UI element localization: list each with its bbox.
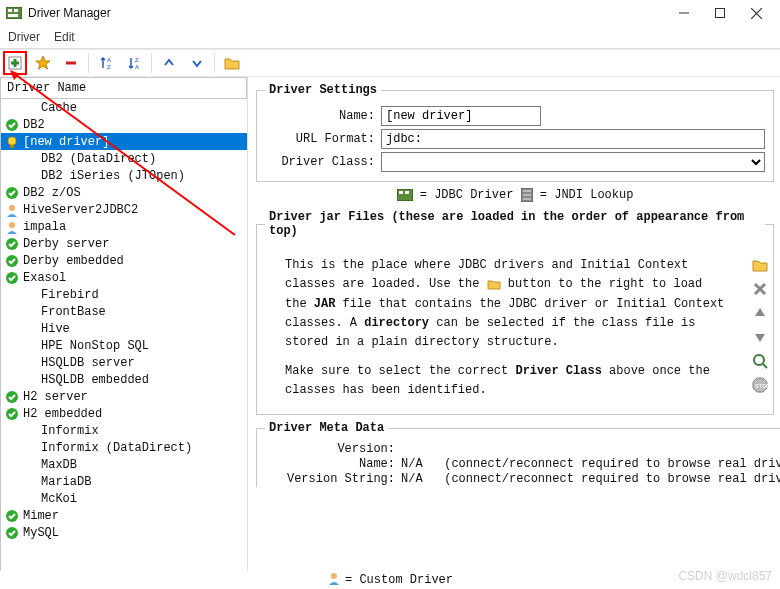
stop-button[interactable]: STOP bbox=[751, 376, 769, 394]
driver-row[interactable]: Exasol bbox=[1, 269, 247, 286]
class-label: Driver Class: bbox=[265, 155, 375, 169]
jdbc-driver-icon bbox=[397, 188, 413, 202]
driver-row[interactable]: MariaDB bbox=[1, 473, 247, 490]
driver-row[interactable]: H2 embedded bbox=[1, 405, 247, 422]
move-up-button[interactable] bbox=[158, 52, 180, 74]
blank-icon bbox=[23, 152, 37, 166]
svg-point-20 bbox=[8, 137, 16, 145]
find-class-button[interactable] bbox=[751, 352, 769, 370]
driver-list[interactable]: CacheDB2[new driver]DB2 (DataDirect)DB2 … bbox=[0, 99, 247, 571]
driver-row[interactable]: FrontBase bbox=[1, 303, 247, 320]
blank-icon bbox=[23, 492, 37, 506]
meta-name-label: Name: bbox=[265, 457, 395, 471]
driver-label: DB2 iSeries (JTOpen) bbox=[41, 169, 185, 183]
blank-icon bbox=[23, 424, 37, 438]
driver-row[interactable]: McKoi bbox=[1, 490, 247, 507]
driver-label: [new driver] bbox=[23, 135, 109, 149]
menu-driver[interactable]: Driver bbox=[8, 30, 40, 44]
new-driver-button[interactable] bbox=[4, 52, 26, 74]
url-input[interactable] bbox=[381, 129, 765, 149]
driver-label: Informix bbox=[41, 424, 99, 438]
driver-row[interactable]: DB2 (DataDirect) bbox=[1, 150, 247, 167]
svg-rect-1 bbox=[8, 9, 12, 12]
driver-row[interactable]: H2 server bbox=[1, 388, 247, 405]
svg-rect-33 bbox=[399, 191, 403, 194]
jar-files-group: Driver jar Files (these are loaded in th… bbox=[256, 210, 774, 415]
driver-row[interactable]: DB2 z/OS bbox=[1, 184, 247, 201]
sort-asc-button[interactable]: AZ bbox=[95, 52, 117, 74]
driver-label: H2 server bbox=[23, 390, 88, 404]
svg-text:A: A bbox=[107, 57, 111, 63]
list-header[interactable]: Driver Name bbox=[0, 77, 247, 99]
driver-label: HSQLDB embedded bbox=[41, 373, 149, 387]
svg-rect-38 bbox=[523, 198, 531, 200]
maximize-button[interactable] bbox=[702, 1, 738, 25]
minimize-button[interactable] bbox=[666, 1, 702, 25]
delete-button[interactable] bbox=[60, 52, 82, 74]
driver-row[interactable]: DB2 iSeries (JTOpen) bbox=[1, 167, 247, 184]
svg-rect-21 bbox=[10, 145, 14, 148]
name-input[interactable] bbox=[381, 106, 541, 126]
svg-point-43 bbox=[754, 355, 764, 365]
app-icon bbox=[6, 7, 22, 19]
driver-row[interactable]: DB2 bbox=[1, 116, 247, 133]
meta-data-group: Driver Meta Data Version: Name:N/A (conn… bbox=[256, 421, 780, 487]
driver-row[interactable]: Mimer bbox=[1, 507, 247, 524]
remove-jar-button[interactable] bbox=[751, 280, 769, 298]
driver-row[interactable]: HSQLDB server bbox=[1, 354, 247, 371]
driver-row[interactable]: Informix (DataDirect) bbox=[1, 439, 247, 456]
driver-row[interactable]: Firebird bbox=[1, 286, 247, 303]
driver-label: Exasol bbox=[23, 271, 66, 285]
driver-row[interactable]: HPE NonStop SQL bbox=[1, 337, 247, 354]
svg-point-24 bbox=[9, 222, 15, 228]
icon-legend-line: = JDBC Driver = JNDI Lookup bbox=[256, 188, 774, 202]
menubar: Driver Edit bbox=[0, 26, 780, 48]
meta-version-label: Version: bbox=[265, 442, 395, 456]
svg-text:A: A bbox=[135, 64, 139, 70]
blank-icon bbox=[23, 322, 37, 336]
svg-marker-41 bbox=[755, 308, 765, 316]
jar-up-button[interactable] bbox=[751, 304, 769, 322]
driver-label: MySQL bbox=[23, 526, 59, 540]
blank-icon bbox=[23, 458, 37, 472]
blank-icon bbox=[23, 169, 37, 183]
class-select[interactable] bbox=[381, 152, 765, 172]
blank-icon bbox=[23, 475, 37, 489]
open-folder-button[interactable] bbox=[221, 52, 243, 74]
user-icon bbox=[5, 203, 19, 217]
toolbar: AZ ZA bbox=[0, 49, 780, 77]
favorite-button[interactable] bbox=[32, 52, 54, 74]
meta-vstring-label: Version String: bbox=[265, 472, 395, 486]
blank-icon bbox=[23, 305, 37, 319]
svg-point-23 bbox=[9, 205, 15, 211]
driver-row[interactable]: Cache bbox=[1, 99, 247, 116]
check-icon bbox=[5, 254, 19, 268]
driver-label: DB2 z/OS bbox=[23, 186, 81, 200]
toolbar-separator bbox=[88, 53, 89, 73]
add-jar-button[interactable] bbox=[751, 256, 769, 274]
menu-edit[interactable]: Edit bbox=[54, 30, 75, 44]
close-button[interactable] bbox=[738, 1, 774, 25]
driver-row[interactable]: HSQLDB embedded bbox=[1, 371, 247, 388]
driver-label: impala bbox=[23, 220, 66, 234]
driver-row[interactable]: Derby server bbox=[1, 235, 247, 252]
driver-row[interactable]: MySQL bbox=[1, 524, 247, 541]
driver-label: MariaDB bbox=[41, 475, 91, 489]
url-label: URL Format: bbox=[265, 132, 375, 146]
driver-label: Cache bbox=[41, 101, 77, 115]
meta-legend: Driver Meta Data bbox=[265, 421, 388, 435]
driver-row[interactable]: Informix bbox=[1, 422, 247, 439]
driver-label: Hive bbox=[41, 322, 70, 336]
driver-row[interactable]: impala bbox=[1, 218, 247, 235]
move-down-button[interactable] bbox=[186, 52, 208, 74]
jar-down-button[interactable] bbox=[751, 328, 769, 346]
sort-desc-button[interactable]: ZA bbox=[123, 52, 145, 74]
driver-row[interactable]: HiveServer2JDBC2 bbox=[1, 201, 247, 218]
driver-label: Mimer bbox=[23, 509, 59, 523]
driver-row[interactable]: MaxDB bbox=[1, 456, 247, 473]
driver-row[interactable]: Hive bbox=[1, 320, 247, 337]
driver-list-panel: Driver Name CacheDB2[new driver]DB2 (Dat… bbox=[0, 77, 248, 571]
driver-row[interactable]: [new driver] bbox=[1, 133, 247, 150]
driver-row[interactable]: Derby embedded bbox=[1, 252, 247, 269]
check-icon bbox=[5, 118, 19, 132]
